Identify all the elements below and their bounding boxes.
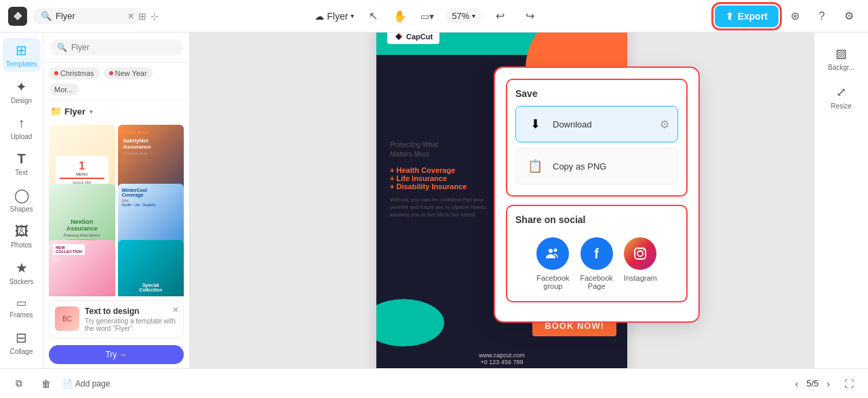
- sidebar-item-label-photos: Photos: [11, 241, 32, 249]
- copy-png-option[interactable]: 📋 Copy as PNG: [515, 148, 678, 184]
- shapes-icon: ◯: [14, 187, 29, 203]
- panel-folder-title: Flyer: [64, 106, 85, 117]
- grid-icon[interactable]: ⊞: [138, 11, 146, 22]
- background-label: Backgr...: [828, 64, 854, 71]
- export-icon: ⬆: [726, 11, 734, 22]
- instagram-label: Instagram: [624, 274, 657, 282]
- christmas-dot: [54, 71, 58, 75]
- next-page-button[interactable]: ›: [824, 376, 833, 392]
- prev-page-button[interactable]: ‹: [793, 376, 802, 392]
- add-page-bottom-icon: 📄: [62, 379, 73, 389]
- category-christmas-label: Christmas: [60, 69, 94, 77]
- sidebar-item-plugins[interactable]: ⋯ Plugins: [3, 362, 41, 368]
- page-total: 5: [814, 378, 818, 389]
- delete-page-button[interactable]: 🗑: [35, 373, 57, 395]
- topbar-right: ⬆ Export ⊛ ? ⚙: [715, 5, 860, 27]
- fb-group-icon: [536, 237, 569, 270]
- sidebar-item-label-upload: Upload: [11, 133, 33, 140]
- brand-button[interactable]: ⊛: [784, 5, 806, 27]
- search-box[interactable]: 🔍 ✕ ⊞ ⊹: [33, 8, 141, 24]
- category-christmas[interactable]: Christmas: [49, 67, 100, 79]
- share-instagram[interactable]: Instagram: [624, 237, 657, 290]
- resize-panel-item[interactable]: ⤢ Resize: [817, 79, 866, 115]
- page-indicator: 5/5: [806, 378, 818, 389]
- text-to-design-banner: BC Text to design Try generating a templ…: [49, 300, 184, 338]
- sidebar-item-stickers[interactable]: ★ Stickers: [3, 256, 41, 290]
- project-name: Flyer: [327, 11, 348, 22]
- sidebar-item-upload[interactable]: ↑ Upload: [3, 111, 41, 144]
- ttd-close-button[interactable]: ✕: [172, 305, 179, 315]
- text-icon: T: [17, 151, 25, 167]
- sidebar-item-label-shapes: Shapes: [10, 205, 33, 213]
- right-panel: ▨ Backgr... ⤢ Resize: [814, 33, 868, 368]
- redo-button[interactable]: ↪: [519, 5, 540, 27]
- sidebar-item-photos[interactable]: 🖼 Photos: [3, 220, 41, 253]
- flyer-subtitle-text: Protecting WhatMatters Most: [390, 141, 438, 158]
- project-chevron[interactable]: ▾: [351, 12, 354, 20]
- category-more-label: Mor...: [54, 85, 73, 94]
- fullscreen-button[interactable]: ⛶: [838, 373, 860, 395]
- sidebar-item-collage[interactable]: ⊟ Collage: [3, 325, 41, 359]
- sidebar-item-templates[interactable]: ⊞ Templates: [3, 38, 41, 72]
- sidebar-item-shapes[interactable]: ◯ Shapes: [3, 183, 41, 217]
- settings-button[interactable]: ⚙: [838, 5, 860, 27]
- flyer-logo-text: CapCut: [406, 33, 433, 41]
- share-options: Facebookgroup f FacebookPage: [515, 232, 678, 296]
- zoom-level: 57%: [452, 11, 469, 21]
- share-fb-page[interactable]: f FacebookPage: [580, 237, 613, 290]
- app-logo[interactable]: [8, 7, 27, 26]
- resize-icon: ⤢: [836, 85, 846, 100]
- add-page-bottom-button[interactable]: 📄 Add page: [62, 379, 110, 389]
- clear-icon[interactable]: ✕: [127, 12, 134, 21]
- download-label: Download: [553, 119, 653, 130]
- share-fb-group[interactable]: Facebookgroup: [536, 237, 569, 290]
- zoom-control[interactable]: 57% ▾: [446, 8, 481, 24]
- bottom-bar: ⧉ 🗑 📄 Add page ‹ 5/5 › ⛶: [0, 368, 868, 398]
- ttd-try-button[interactable]: Try →: [49, 345, 184, 364]
- fb-page-label: FacebookPage: [580, 274, 613, 290]
- project-name-area[interactable]: ☁ Flyer ▾: [315, 11, 354, 22]
- download-option[interactable]: ⬇ Download ⚙: [515, 106, 678, 142]
- category-newyear[interactable]: New Year: [104, 67, 153, 79]
- help-button[interactable]: ?: [811, 5, 833, 27]
- export-label: Export: [738, 11, 768, 22]
- instagram-icon: [624, 237, 656, 270]
- search-input[interactable]: [56, 11, 123, 21]
- bottom-right-nav: ‹ 5/5 › ⛶: [793, 373, 860, 395]
- resize-label: Resize: [831, 102, 852, 110]
- flyer-body: With us, you can be confident that your …: [390, 196, 498, 219]
- sidebar-item-design[interactable]: ✦ Design: [3, 75, 41, 108]
- sidebar-icons: ⊞ Templates ✦ Design ↑ Upload T Text ◯ S…: [0, 33, 43, 368]
- cursor-tool[interactable]: ↖: [362, 5, 384, 27]
- category-more[interactable]: Mor...: [49, 83, 79, 96]
- svg-point-4: [643, 250, 644, 251]
- download-settings-icon[interactable]: ⚙: [660, 118, 669, 131]
- panel-search-area: 🔍: [43, 33, 189, 63]
- folder-chevron: ▾: [90, 108, 93, 115]
- sidebar-item-frames[interactable]: ▭ Frames: [3, 292, 41, 323]
- frames-icon: ▭: [16, 296, 26, 309]
- save-section-label: Save: [515, 88, 678, 99]
- tool-buttons: ↖ ✋ ▭▾: [362, 5, 438, 27]
- layout-tool[interactable]: ▭▾: [416, 5, 438, 27]
- template-thumb-6[interactable]: SpecialCollection: [118, 240, 184, 296]
- search-icon: 🔍: [41, 11, 52, 21]
- panel-search-icon: 🔍: [57, 43, 67, 52]
- ttd-title: Text to design: [85, 306, 178, 316]
- export-button[interactable]: ⬆ Export: [715, 5, 778, 27]
- template-thumb-5[interactable]: NEWCOLLECTION 30%: [49, 240, 115, 296]
- panel-search-input[interactable]: [71, 43, 176, 52]
- flyer-phone: +0 123 456 789: [479, 359, 525, 365]
- flyer-logo-area: CapCut: [387, 33, 439, 44]
- undo-button[interactable]: ↩: [489, 5, 511, 27]
- fb-page-icon: f: [580, 237, 613, 270]
- collage-icon: ⊟: [16, 330, 27, 346]
- background-panel-item[interactable]: ▨ Backgr...: [817, 41, 866, 77]
- sidebar-item-text[interactable]: T Text: [3, 147, 41, 180]
- upload-icon: ↑: [18, 115, 25, 131]
- grab-tool[interactable]: ✋: [389, 5, 411, 27]
- ttd-content: Text to design Try generating a template…: [85, 306, 178, 332]
- copy-page-button[interactable]: ⧉: [8, 373, 30, 395]
- topbar: 🔍 ✕ ⊞ ⊹ ☁ Flyer ▾ ↖ ✋ ▭▾ 57% ▾ ↩ ↪ ⬆ Exp…: [0, 0, 868, 33]
- panel-folder-header[interactable]: 📁 Flyer ▾: [43, 100, 189, 122]
